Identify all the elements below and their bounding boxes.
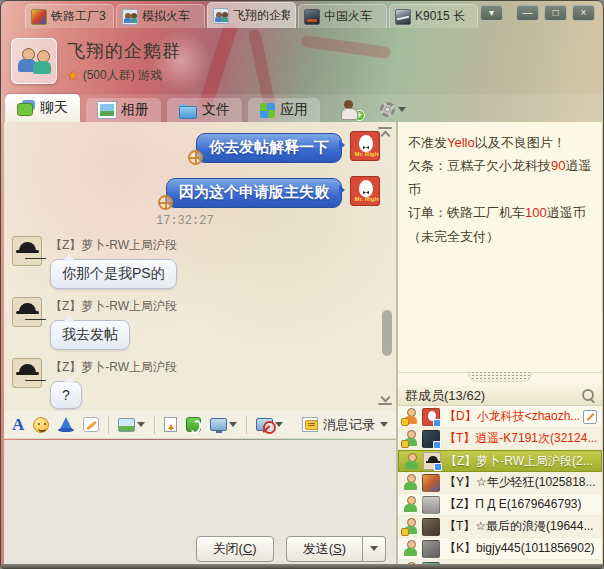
- window-tab-china-train[interactable]: 中国火车: [298, 4, 387, 28]
- member-row[interactable]: 【Y】☆年少轻狂(1025818...: [398, 472, 602, 494]
- send-image-button[interactable]: [118, 418, 145, 432]
- nav-extra-actions: +: [340, 100, 406, 122]
- minimize-button[interactable]: —: [516, 5, 539, 21]
- sender-avatar[interactable]: [12, 236, 42, 266]
- tab-album[interactable]: 相册: [86, 98, 161, 122]
- self-avatar[interactable]: Mr. Right: [350, 176, 380, 206]
- sender-name[interactable]: 【Z】萝卜-RW上局沪段: [50, 359, 177, 376]
- message-record-icon: [302, 417, 318, 432]
- group-announcement[interactable]: 不准发Yello以及不良图片！ 欠条：豆糕子欠小龙科技90逍遥币 订单：铁路工厂…: [398, 122, 602, 372]
- member-row[interactable]: 【T】逍遥-K7191次(32124...: [398, 428, 602, 450]
- font-style-button[interactable]: A: [12, 416, 24, 434]
- group-header-text: 飞翔的企鹅群 ★ (500人群) 游戏: [67, 39, 181, 84]
- sender-name[interactable]: 【Z】萝卜-RW上局沪段: [50, 237, 177, 254]
- owner-status-icon: [403, 408, 418, 425]
- sender-avatar[interactable]: [12, 358, 42, 388]
- photo-album-icon: [98, 102, 116, 118]
- chat-scrollbar-thumb[interactable]: [382, 310, 392, 356]
- incoming-body: 【Z】萝卜-RW上局沪段 你那个是我PS的: [50, 236, 177, 289]
- tab-files[interactable]: 文件: [167, 98, 242, 122]
- tab-apps[interactable]: 应用: [248, 98, 320, 122]
- member-avatar: [422, 430, 440, 448]
- message-input[interactable]: [4, 440, 396, 531]
- app-share-button[interactable]: [186, 417, 201, 432]
- edit-card-icon[interactable]: [583, 410, 597, 424]
- toolbar-separator: [246, 416, 247, 434]
- scroll-to-bottom-button[interactable]: [378, 395, 392, 407]
- incoming-bubble: ?: [50, 381, 82, 409]
- member-row[interactable]: 【T】☆最后的浪漫(19644...: [398, 516, 602, 538]
- scroll-to-top-button[interactable]: [378, 127, 392, 139]
- ferris-wheel-icon: [158, 195, 173, 210]
- screenshot-button[interactable]: [210, 418, 237, 431]
- game-icon: [31, 9, 47, 25]
- send-options-button[interactable]: [363, 536, 386, 562]
- window-tab-label: 飞翔的企鹅: [233, 7, 290, 24]
- member-count-label: 群成员(13/62): [405, 387, 485, 405]
- window-tab-train-simulator[interactable]: 模拟火车: [116, 4, 205, 28]
- remote-desktop-ban-icon: [256, 418, 273, 431]
- send-button[interactable]: 发送(S): [286, 536, 363, 562]
- message-history-button[interactable]: 消息记录: [302, 416, 388, 434]
- composer-button-row: 关闭(C) 发送(S): [4, 531, 396, 566]
- ferris-wheel-icon: [188, 150, 203, 165]
- member-avatar: [422, 474, 440, 492]
- member-status-icon: [404, 453, 419, 470]
- member-status-icon: [403, 474, 418, 491]
- window-menu-button[interactable]: ▾: [480, 5, 503, 21]
- tab-chat-label: 聊天: [40, 99, 68, 117]
- remote-assist-button[interactable]: [256, 418, 283, 431]
- composer-toolbar: A 消息记录: [4, 411, 396, 439]
- window-tab-label: 模拟火车: [142, 8, 190, 25]
- close-window-button[interactable]: ×: [572, 5, 595, 21]
- member-row-selected[interactable]: 【Z】萝卜-RW上局沪段(2...: [398, 450, 602, 472]
- sender-avatar[interactable]: [12, 297, 42, 327]
- chevron-down-icon: ▾: [489, 7, 494, 18]
- tab-chat[interactable]: 聊天: [5, 94, 80, 122]
- tab-files-label: 文件: [202, 101, 230, 119]
- member-status-icon: [403, 496, 418, 513]
- chevron-down-icon: [229, 422, 237, 427]
- window-tab-railway-factory[interactable]: 铁路工厂3: [25, 4, 114, 28]
- chevron-down-icon: [380, 393, 390, 403]
- incoming-message: 【Z】萝卜-RW上局沪段 ?: [4, 358, 396, 409]
- doodle-button[interactable]: [83, 417, 99, 432]
- chat-history: 你去发帖解释一下 Mr. Right 因为这个申请版主失败 Mr. Right …: [4, 122, 396, 411]
- outgoing-message: 你去发帖解释一下 Mr. Right: [4, 131, 396, 163]
- chat-bubbles-icon: [17, 100, 35, 116]
- member-row[interactable]: 【D】小龙科技<zhaozh...: [398, 406, 602, 428]
- train-photo-icon: [395, 9, 411, 25]
- group-avatar[interactable]: [11, 38, 57, 84]
- add-member-icon[interactable]: +: [340, 100, 362, 119]
- panel-splitter[interactable]: [398, 372, 602, 386]
- search-icon[interactable]: [582, 389, 595, 402]
- incoming-bubble: 你那个是我PS的: [50, 259, 177, 289]
- maximize-icon: □: [552, 7, 558, 18]
- self-avatar[interactable]: Mr. Right: [350, 131, 380, 161]
- settings-button[interactable]: [380, 102, 406, 117]
- maximize-button[interactable]: □: [544, 5, 567, 21]
- close-button[interactable]: 关闭(C): [196, 536, 274, 562]
- drag-grip[interactable]: [468, 372, 532, 382]
- sender-name[interactable]: 【Z】萝卜-RW上局沪段: [50, 298, 177, 315]
- group-subtitle-row: ★ (500人群) 游戏: [67, 67, 181, 84]
- window-tab-k9015[interactable]: K9015 长: [389, 4, 478, 28]
- member-row[interactable]: 【Z】П Д Е(1679646793): [398, 494, 602, 516]
- chevron-down-icon: [370, 546, 378, 551]
- send-file-button[interactable]: [164, 417, 177, 432]
- magic-expression-button[interactable]: [58, 417, 74, 433]
- train-photo-icon: [304, 9, 320, 25]
- emoticon-button[interactable]: [33, 417, 49, 433]
- admin-badge-icon: [401, 528, 409, 536]
- picture-icon: [118, 418, 135, 432]
- member-row[interactable]: 【K】bigjy445(1011856902): [398, 538, 602, 560]
- window-tab-flying-penguin-active[interactable]: 飞翔的企鹅: [207, 2, 296, 28]
- avatar-caption: Mr. Right: [355, 196, 376, 203]
- window-tab-label: K9015 长: [415, 8, 465, 25]
- member-avatar: [422, 496, 440, 514]
- incoming-bubble: 我去发帖: [50, 320, 130, 350]
- incoming-body: 【Z】萝卜-RW上局沪段 ?: [50, 358, 177, 409]
- close-icon: ×: [581, 7, 587, 18]
- group-members-icon: [122, 9, 138, 25]
- outgoing-message: 因为这个申请版主失败 Mr. Right: [4, 176, 396, 208]
